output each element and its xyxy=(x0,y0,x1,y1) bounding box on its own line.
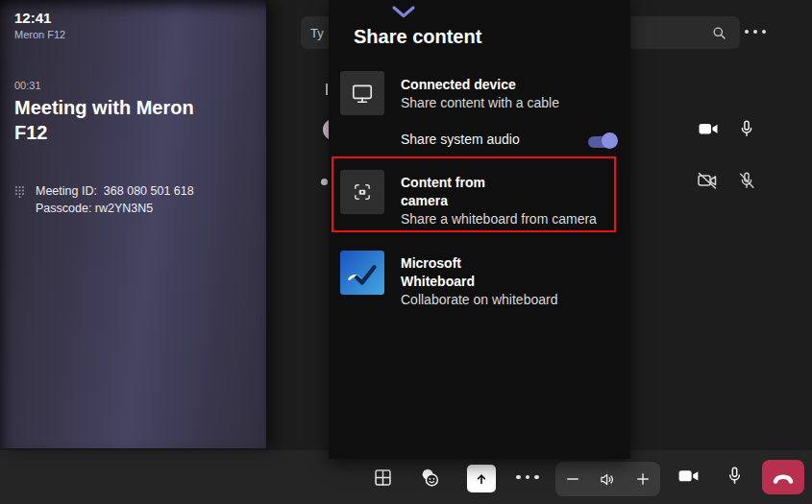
meeting-passcode: Passcode: rw2YN3N5 xyxy=(36,202,153,215)
row-subtitle-connected-device: Share content with a cable xyxy=(401,94,559,112)
room-name: Meron F12 xyxy=(14,29,65,40)
mic-off-icon[interactable] xyxy=(732,166,761,195)
speaker-icon[interactable] xyxy=(593,465,622,493)
more-options-icon[interactable] xyxy=(745,25,766,38)
volume-control-group xyxy=(555,462,660,496)
row-subtitle-microsoft-whiteboard: Collaborate on whiteboard xyxy=(401,291,557,309)
gallery-grid-icon[interactable] xyxy=(366,461,399,493)
reactions-icon[interactable] xyxy=(413,461,446,493)
hang-up-icon xyxy=(771,468,796,486)
share-content-panel: Share content Connected device Share con… xyxy=(329,0,630,459)
chevron-down-icon[interactable] xyxy=(390,5,417,20)
camera-off-icon[interactable] xyxy=(693,166,722,195)
elapsed-time: 00:31 xyxy=(14,80,41,91)
row-title-microsoft-whiteboard[interactable]: Microsoft Whiteboard xyxy=(401,254,475,291)
mic-on-icon[interactable] xyxy=(732,114,761,143)
hang-up-button[interactable] xyxy=(762,460,804,494)
meeting-id: Meeting ID: 368 080 501 618 xyxy=(36,184,194,198)
clock: 12:41 xyxy=(14,10,51,26)
camera-in-frame-icon[interactable] xyxy=(340,170,384,214)
teams-room-screen: Ty xyxy=(0,0,812,504)
panel-title: Share content xyxy=(354,26,481,48)
camera-icon[interactable] xyxy=(672,459,704,492)
covered-content-fragment xyxy=(321,179,328,185)
search-icon[interactable] xyxy=(710,24,728,42)
share-system-audio-toggle[interactable] xyxy=(586,132,621,151)
monitor-icon[interactable] xyxy=(340,71,384,115)
row-title-content-from-camera[interactable]: Content from camera xyxy=(401,174,485,210)
share-tray-icon[interactable] xyxy=(467,465,496,492)
microphone-icon[interactable] xyxy=(718,459,750,492)
covered-content-fragment xyxy=(326,84,328,95)
row-subtitle-content-from-camera: Share a whiteboard from camera xyxy=(401,210,597,228)
dialpad-icon xyxy=(14,185,25,203)
volume-down-icon[interactable] xyxy=(558,465,587,493)
meeting-info-sidebar: 12:41 Meron F12 00:31 Meeting with Meron… xyxy=(0,0,266,448)
more-options-icon[interactable] xyxy=(514,461,541,493)
volume-up-icon[interactable] xyxy=(628,465,657,493)
meeting-title: Meeting with Meron F12 xyxy=(14,95,211,145)
camera-on-icon[interactable] xyxy=(694,114,723,143)
whiteboard-icon[interactable] xyxy=(340,251,384,295)
share-system-audio-label: Share system audio xyxy=(401,132,520,147)
row-title-connected-device[interactable]: Connected device xyxy=(401,76,516,94)
